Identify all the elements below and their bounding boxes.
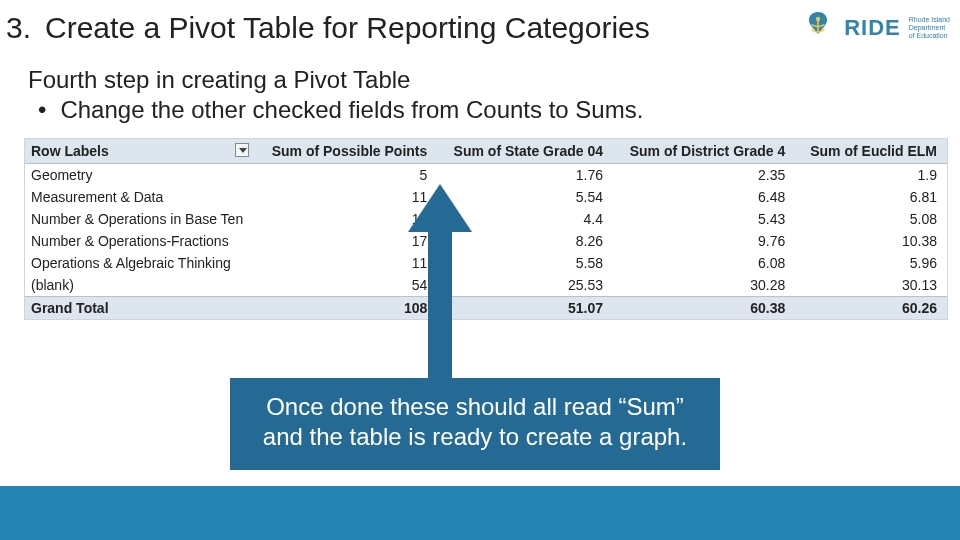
title-number: 3.: [6, 11, 31, 45]
table-row: Geometry 5 1.76 2.35 1.9: [25, 164, 947, 187]
cell: 25.53: [437, 274, 613, 297]
header-euclid: Sum of Euclid ELM: [795, 139, 947, 164]
logo-text-block: RIDE: [844, 15, 901, 41]
title-text: Create a Pivot Table for Reporting Categ…: [45, 11, 800, 45]
header-state04: Sum of State Grade 04: [437, 139, 613, 164]
row-label: Operations & Algebraic Thinking: [25, 252, 255, 274]
ride-logo: RIDE Rhode Island Department of Educatio…: [800, 10, 950, 46]
cell: 5.58: [437, 252, 613, 274]
cell: 10.38: [795, 230, 947, 252]
logo-brand: RIDE: [844, 15, 901, 41]
step-bullet: •Change the other checked fields from Co…: [0, 96, 960, 132]
cell: 5.54: [437, 186, 613, 208]
cell: 8.26: [437, 230, 613, 252]
total-label: Grand Total: [25, 297, 255, 320]
total-cell: 108: [255, 297, 437, 320]
cell: 11: [255, 186, 437, 208]
cell: 54: [255, 274, 437, 297]
cell: 5.96: [795, 252, 947, 274]
row-label: (blank): [25, 274, 255, 297]
footer-bar: [0, 486, 960, 540]
cell: 5.08: [795, 208, 947, 230]
grand-total-row: Grand Total 108 51.07 60.38 60.26: [25, 297, 947, 320]
cell: 30.13: [795, 274, 947, 297]
cell: 17: [255, 230, 437, 252]
total-cell: 60.38: [613, 297, 795, 320]
header-district4: Sum of District Grade 4: [613, 139, 795, 164]
pivot-header-row: Row Labels Sum of Possible Points Sum of…: [25, 139, 947, 164]
cell: 30.28: [613, 274, 795, 297]
cell: 6.81: [795, 186, 947, 208]
callout-line2: and the table is ready to create a graph…: [252, 422, 698, 452]
slide-title-row: 3. Create a Pivot Table for Reporting Ca…: [0, 0, 960, 46]
total-cell: 60.26: [795, 297, 947, 320]
bullet-icon: •: [38, 96, 46, 123]
table-row: Measurement & Data 11 5.54 6.48 6.81: [25, 186, 947, 208]
callout-line1: Once done these should all read “Sum”: [252, 392, 698, 422]
dropdown-icon[interactable]: [235, 143, 249, 157]
header-possible: Sum of Possible Points: [255, 139, 437, 164]
cell: 4.4: [437, 208, 613, 230]
anchor-icon: [800, 10, 836, 46]
table-row: Number & Operations in Base Ten 10 4.4 5…: [25, 208, 947, 230]
cell: 5: [255, 164, 437, 187]
row-label: Number & Operations-Fractions: [25, 230, 255, 252]
table-row: Operations & Algebraic Thinking 11 5.58 …: [25, 252, 947, 274]
cell: 6.48: [613, 186, 795, 208]
total-cell: 51.07: [437, 297, 613, 320]
cell: 5.43: [613, 208, 795, 230]
cell: 9.76: [613, 230, 795, 252]
table-row: Number & Operations-Fractions 17 8.26 9.…: [25, 230, 947, 252]
cell: 2.35: [613, 164, 795, 187]
row-label: Measurement & Data: [25, 186, 255, 208]
callout-box: Once done these should all read “Sum” an…: [230, 378, 720, 470]
cell: 1.9: [795, 164, 947, 187]
step-subtitle: Fourth step in creating a Pivot Table: [0, 46, 960, 96]
logo-subtext: Rhode Island Department of Education: [909, 16, 950, 39]
row-label: Geometry: [25, 164, 255, 187]
table-row: (blank) 54 25.53 30.28 30.13: [25, 274, 947, 297]
cell: 1.76: [437, 164, 613, 187]
bullet-text: Change the other checked fields from Cou…: [60, 96, 643, 123]
cell: 11: [255, 252, 437, 274]
header-row-labels[interactable]: Row Labels: [25, 139, 255, 164]
cell: 6.08: [613, 252, 795, 274]
row-label: Number & Operations in Base Ten: [25, 208, 255, 230]
pivot-table: Row Labels Sum of Possible Points Sum of…: [24, 138, 948, 320]
cell: 10: [255, 208, 437, 230]
